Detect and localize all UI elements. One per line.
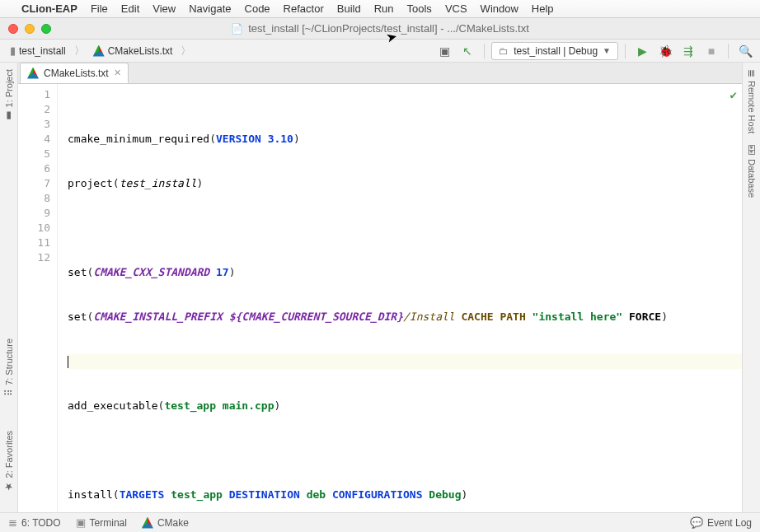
editor-tab-cmakelists[interactable]: CMakeLists.txt ✕ bbox=[20, 63, 129, 83]
code-line: set(CMAKE_CXX_STANDARD 17) bbox=[68, 265, 742, 280]
menu-vcs[interactable]: VCS bbox=[445, 2, 467, 15]
folder-icon: ▮ bbox=[10, 44, 16, 57]
tab-label: CMakeLists.txt bbox=[44, 68, 109, 79]
tool-favorites-label: 2: Favorites bbox=[4, 431, 14, 478]
hammer-icon[interactable]: ↖ bbox=[457, 42, 477, 60]
menu-code[interactable]: Code bbox=[245, 2, 270, 15]
left-tool-stripe: ▮ 1: Project ⠿ 7: Structure ★ 2: Favorit… bbox=[0, 63, 18, 512]
editor-area: CMakeLists.txt ✕ 1 2 3 4 5 6 7 8 9 10 11… bbox=[18, 63, 742, 512]
gutter-line-numbers: 1 2 3 4 5 6 7 8 9 10 11 12 bbox=[18, 84, 58, 512]
line-number: 3 bbox=[18, 117, 50, 132]
menu-edit[interactable]: Edit bbox=[121, 2, 139, 15]
divider bbox=[625, 44, 626, 58]
code-area[interactable]: ✔ cmake_minimum_required(VERSION 3.10) p… bbox=[58, 84, 742, 512]
tool-structure-label: 7: Structure bbox=[4, 338, 14, 385]
menu-navigate[interactable]: Navigate bbox=[189, 2, 231, 15]
window-titlebar: 📄 test_install [~/CLionProjects/test_ins… bbox=[0, 18, 760, 40]
config-folder-icon: 🗀 bbox=[499, 45, 509, 57]
menu-window[interactable]: Window bbox=[481, 2, 518, 15]
text-caret bbox=[68, 356, 68, 368]
build-button[interactable]: ▣ bbox=[434, 42, 454, 60]
debug-button[interactable]: 🐞 bbox=[655, 42, 675, 60]
breadcrumb-project[interactable]: ▮ test_install bbox=[5, 43, 71, 58]
line-number: 10 bbox=[18, 221, 50, 236]
code-line bbox=[68, 221, 742, 236]
menu-help[interactable]: Help bbox=[532, 2, 554, 15]
breadcrumb-file-label: CMakeLists.txt bbox=[108, 45, 173, 57]
inspection-ok-icon[interactable]: ✔ bbox=[730, 87, 737, 102]
breadcrumb-file[interactable]: CMakeLists.txt bbox=[88, 44, 178, 58]
line-number: 4 bbox=[18, 132, 50, 147]
breadcrumb-project-label: test_install bbox=[19, 45, 66, 57]
run-button[interactable]: ▶ bbox=[632, 42, 652, 60]
code-line: set(CMAKE_INSTALL_PREFIX ${CMAKE_CURRENT… bbox=[68, 310, 742, 324]
line-number: 5 bbox=[18, 147, 50, 161]
tool-database[interactable]: 🗄 Database bbox=[746, 145, 758, 198]
app-name[interactable]: CLion-EAP bbox=[21, 2, 77, 15]
divider bbox=[484, 44, 485, 58]
tool-todo-label: 6: TODO bbox=[21, 517, 61, 529]
tool-project-label: 1: Project bbox=[4, 69, 14, 107]
breadcrumb-separator: 〉 bbox=[181, 44, 191, 58]
tool-structure[interactable]: ⠿ 7: Structure bbox=[3, 338, 15, 396]
cmake-icon bbox=[93, 45, 105, 57]
search-everywhere-button[interactable]: 🔍 bbox=[735, 42, 755, 60]
breadcrumb-separator: 〉 bbox=[74, 44, 85, 58]
navigation-toolbar: ▮ test_install 〉 CMakeLists.txt 〉 ▣ ↖ 🗀 … bbox=[0, 40, 760, 63]
window-title-text: test_install [~/CLionProjects/test_insta… bbox=[248, 22, 529, 35]
right-tool-stripe: ≣ Remote Host 🗄 Database bbox=[742, 63, 760, 512]
editor-tabs: CMakeLists.txt ✕ bbox=[18, 63, 742, 84]
menu-build[interactable]: Build bbox=[337, 2, 361, 15]
tool-favorites[interactable]: ★ 2: Favorites bbox=[3, 431, 15, 492]
menu-view[interactable]: View bbox=[152, 2, 176, 15]
run-configuration-selector[interactable]: 🗀 test_install | Debug ▼ bbox=[491, 42, 618, 60]
tool-todo[interactable]: ≣ 6: TODO bbox=[8, 516, 61, 529]
code-line: add_executable(test_app main.cpp) bbox=[68, 399, 742, 413]
menu-tools[interactable]: Tools bbox=[407, 2, 432, 15]
window-title: 📄 test_install [~/CLionProjects/test_ins… bbox=[0, 22, 760, 35]
code-line bbox=[68, 354, 742, 369]
code-line: install(TARGETS test_app DESTINATION deb… bbox=[68, 488, 742, 502]
run-config-label: test_install | Debug bbox=[514, 45, 598, 57]
window-controls bbox=[0, 24, 51, 34]
tool-remote-host[interactable]: ≣ Remote Host bbox=[746, 69, 758, 133]
tool-remote-label: Remote Host bbox=[747, 81, 757, 133]
window-maximize-button[interactable] bbox=[41, 24, 51, 34]
code-line: cmake_minimum_required(VERSION 3.10) bbox=[68, 132, 742, 147]
structure-icon: ⠿ bbox=[3, 389, 15, 396]
stop-button[interactable]: ■ bbox=[701, 42, 721, 60]
line-number: 8 bbox=[18, 191, 50, 206]
window-close-button[interactable] bbox=[8, 24, 18, 34]
window-minimize-button[interactable] bbox=[25, 24, 35, 34]
code-line bbox=[68, 443, 742, 458]
main-area: ▮ 1: Project ⠿ 7: Structure ★ 2: Favorit… bbox=[0, 63, 760, 512]
line-number: 1 bbox=[18, 87, 50, 102]
star-icon: ★ bbox=[3, 481, 15, 492]
file-icon: 📄 bbox=[231, 23, 243, 35]
line-number: 6 bbox=[18, 161, 50, 176]
line-number: 11 bbox=[18, 236, 50, 250]
list-icon: ≣ bbox=[8, 516, 17, 529]
code-line: project(test_install) bbox=[68, 176, 742, 191]
os-menubar: CLion-EAP File Edit View Navigate Code R… bbox=[0, 0, 760, 18]
tool-database-label: Database bbox=[747, 159, 757, 198]
database-icon: 🗄 bbox=[746, 145, 758, 156]
folder-icon: ▮ bbox=[3, 110, 15, 122]
menu-refactor[interactable]: Refactor bbox=[284, 2, 324, 15]
tool-project[interactable]: ▮ 1: Project bbox=[3, 69, 15, 122]
close-icon[interactable]: ✕ bbox=[114, 68, 121, 78]
editor[interactable]: 1 2 3 4 5 6 7 8 9 10 11 12 ✔ cmake_minim… bbox=[18, 84, 742, 512]
cmake-icon bbox=[27, 68, 39, 79]
remote-icon: ≣ bbox=[746, 69, 758, 77]
line-number: 9 bbox=[18, 206, 50, 221]
line-number: 7 bbox=[18, 176, 50, 191]
line-number: 2 bbox=[18, 102, 50, 117]
chevron-down-icon: ▼ bbox=[603, 46, 611, 55]
menu-run[interactable]: Run bbox=[374, 2, 394, 15]
line-number: 12 bbox=[18, 250, 50, 265]
run-with-coverage-button[interactable]: ⇶ bbox=[678, 42, 698, 60]
menu-file[interactable]: File bbox=[91, 2, 108, 15]
divider bbox=[728, 44, 729, 58]
